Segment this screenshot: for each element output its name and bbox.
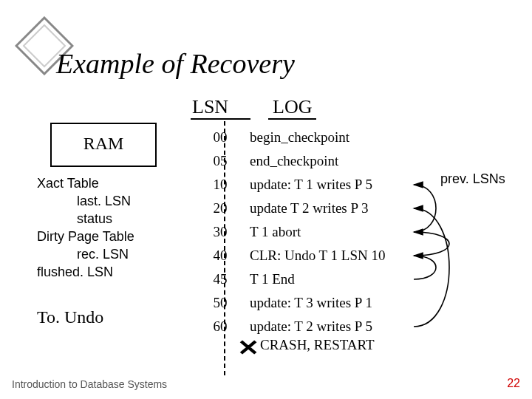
log-entry: T 1 abort bbox=[250, 224, 301, 240]
lsn-value: 30 bbox=[191, 224, 250, 240]
ram-tables-block: Xact Table last. LSN status Dirty Page T… bbox=[37, 174, 134, 281]
log-row: 45T 1 End bbox=[191, 267, 508, 291]
lsn-value: 40 bbox=[191, 248, 250, 264]
ram-line: Xact Table bbox=[37, 174, 134, 192]
log-entry: update: T 1 writes P 5 bbox=[250, 177, 372, 193]
log-row: 05end_checkpoint bbox=[191, 149, 508, 173]
page-number: 22 bbox=[507, 377, 520, 390]
ram-line: rec. LSN bbox=[37, 245, 134, 263]
footer-text: Introduction to Database Systems bbox=[12, 378, 167, 390]
slide-title: Example of Recovery bbox=[56, 47, 295, 80]
log-row: 40CLR: Undo T 1 LSN 10 bbox=[191, 244, 508, 267]
log-entry: begin_checkpoint bbox=[250, 129, 349, 146]
lsn-value: 50 bbox=[191, 295, 250, 311]
log-row: 20update T 2 writes P 3 bbox=[191, 197, 508, 220]
lsn-value: 45 bbox=[191, 271, 250, 287]
log-header: LOG bbox=[268, 96, 316, 120]
lsn-value: 10 bbox=[191, 177, 250, 193]
log-entry: update: T 2 writes P 5 bbox=[250, 318, 372, 335]
ram-line: flushed. LSN bbox=[37, 263, 134, 281]
lsn-value: 05 bbox=[191, 153, 250, 169]
log-entry: CLR: Undo T 1 LSN 10 bbox=[250, 248, 386, 264]
log-row: 00begin_checkpoint bbox=[191, 126, 508, 149]
log-list: 00begin_checkpoint05end_checkpoint10upda… bbox=[191, 126, 508, 338]
lsn-header: LSN bbox=[191, 96, 250, 120]
log-entry: update: T 3 writes P 1 bbox=[250, 295, 372, 311]
log-entry: end_checkpoint bbox=[250, 153, 338, 169]
ram-box: RAM bbox=[50, 123, 157, 167]
log-entry: update T 2 writes P 3 bbox=[250, 200, 369, 216]
toundo-label: To. Undo bbox=[37, 307, 103, 327]
crash-mark-icon: ✕ bbox=[237, 335, 259, 361]
ram-line: last. LSN bbox=[37, 192, 134, 210]
crash-label: CRASH, RESTART bbox=[260, 337, 375, 353]
ram-line: Dirty Page Table bbox=[37, 228, 134, 245]
lsn-value: 60 bbox=[191, 318, 250, 335]
log-row: 50update: T 3 writes P 1 bbox=[191, 291, 508, 315]
lsn-value: 20 bbox=[191, 200, 250, 216]
log-row: 30T 1 abort bbox=[191, 220, 508, 244]
lsn-value: 00 bbox=[191, 129, 250, 146]
log-entry: T 1 End bbox=[250, 271, 295, 287]
prevlsns-label: prev. LSNs bbox=[440, 171, 505, 187]
ram-line: status bbox=[37, 210, 134, 228]
